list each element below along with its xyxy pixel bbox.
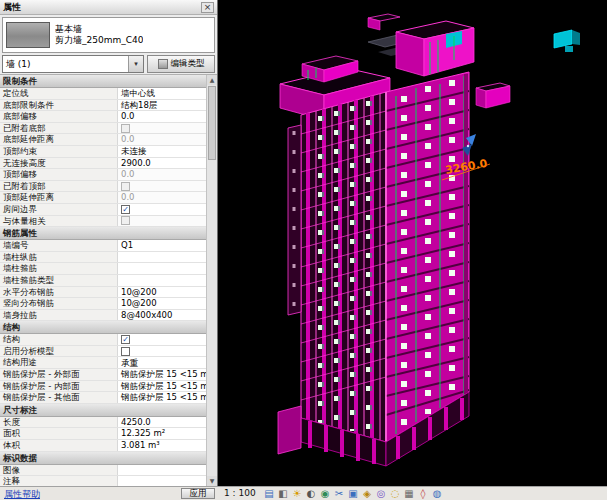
temporary-view-properties-icon[interactable]: ▦ (403, 488, 415, 500)
type-preview-text: 基本墙 剪力墙_250mm_C40 (55, 24, 143, 46)
type-selector-preview[interactable]: 基本墙 剪力墙_250mm_C40 (2, 17, 215, 53)
side-box-front (476, 88, 486, 108)
property-label: 已附着底部 (0, 123, 118, 134)
element-filter-value: 墙 (1) (6, 58, 31, 71)
checkbox[interactable] (121, 347, 130, 356)
section-header[interactable]: 限制条件 (0, 75, 206, 88)
property-row: 钢筋保护层 - 内部面钢筋保护层 15 <15 mm> (0, 381, 206, 393)
property-value[interactable]: 10@200 (118, 298, 206, 309)
checkbox (121, 124, 130, 133)
property-row: 墙柱箍筋类型 (0, 275, 206, 287)
worksharing-display-icon[interactable]: ◍ (431, 488, 443, 500)
property-row: 结构用途承重 (0, 357, 206, 369)
gizmo-dot (467, 145, 469, 147)
property-value[interactable]: 钢筋保护层 15 <15 mm> (118, 392, 206, 403)
roof-cyan-box-side (572, 30, 580, 45)
reveal-hidden-elements-icon[interactable]: ◌ (389, 488, 401, 500)
show-rendering-dialog-icon[interactable]: ◉ (319, 488, 331, 500)
revit-window: 属性 × 基本墙 剪力墙_250mm_C40 墙 (1) ▾ 编辑类型 限制条件… (0, 0, 607, 500)
property-row: 面积12.325 m² (0, 428, 206, 440)
shadows-icon[interactable]: ◐ (305, 488, 317, 500)
visual-style-icon[interactable]: ◧ (277, 488, 289, 500)
property-label: 水平分布钢筋 (0, 287, 118, 298)
family-name: 基本墙 (55, 24, 143, 35)
show-crop-region-icon[interactable]: ▣ (347, 488, 359, 500)
property-label: 房间边界 (0, 204, 118, 215)
property-row: 结构✓ (0, 334, 206, 346)
property-value[interactable]: ✓ (118, 204, 206, 215)
3d-view-canvas[interactable]: 3260.0 (218, 0, 607, 486)
section-header[interactable]: 结构 (0, 321, 206, 334)
view-scale-button[interactable]: 1 : 100 (224, 488, 256, 498)
property-row: 钢筋保护层 - 外部面钢筋保护层 15 <15 mm> (0, 369, 206, 381)
property-value[interactable]: 8@400x400 (118, 310, 206, 321)
checkbox (121, 182, 130, 191)
section-header[interactable]: 标识数据 (0, 452, 206, 465)
temporary-hide-isolate-icon[interactable]: ◎ (375, 488, 387, 500)
property-value[interactable]: 承重 (118, 357, 206, 368)
property-label: 竖向分布钢筋 (0, 298, 118, 309)
scroll-down-icon[interactable]: ▼ (207, 476, 217, 486)
property-value[interactable]: 钢筋保护层 15 <15 mm> (118, 369, 206, 380)
property-value[interactable]: 钢筋保护层 15 <15 mm> (118, 381, 206, 392)
property-value[interactable]: Q1 (118, 240, 206, 251)
detail-level-icon[interactable]: ▤ (263, 488, 275, 500)
property-label: 体积 (0, 440, 118, 451)
edit-type-button[interactable]: 编辑类型 (147, 55, 215, 73)
close-icon[interactable]: × (201, 2, 214, 13)
property-row: 房间边界✓ (0, 204, 206, 216)
property-value[interactable]: 结构18层 (118, 100, 206, 111)
checkbox[interactable]: ✓ (121, 205, 130, 214)
view-control-icons: ▤◧☀◐◉✂▣◈◎◌▦◊◍ (263, 487, 443, 500)
properties-help-link[interactable]: 属性帮助 (4, 488, 40, 500)
chevron-down-icon[interactable]: ▾ (128, 56, 143, 72)
property-value[interactable]: 0.0 (118, 111, 206, 122)
checkbox[interactable]: ✓ (121, 335, 130, 344)
property-value[interactable] (118, 275, 206, 286)
property-value[interactable]: 3.081 m³ (118, 440, 206, 451)
property-label: 墙柱纵筋 (0, 252, 118, 263)
property-value[interactable]: 4250.0 (118, 417, 206, 428)
property-row: 水平分布钢筋10@200 (0, 287, 206, 299)
property-value[interactable]: ✓ (118, 334, 206, 345)
property-row: 墙柱纵筋 (0, 252, 206, 264)
property-row: 与体量相关 (0, 216, 206, 228)
apply-button[interactable]: 应用 (181, 488, 215, 499)
property-value[interactable]: 10@200 (118, 287, 206, 298)
scroll-up-icon[interactable]: ▲ (207, 75, 217, 85)
property-label: 底部偏移 (0, 111, 118, 122)
checkbox (121, 216, 130, 225)
3d-viewport[interactable]: 3260.0 (218, 0, 607, 486)
property-row: 墙身拉筋8@400x400 (0, 310, 206, 322)
building-model[interactable] (278, 14, 580, 466)
section-header[interactable]: 钢筋属性 (0, 227, 206, 240)
property-label: 墙编号 (0, 240, 118, 251)
property-value[interactable] (118, 263, 206, 274)
roof-cyan-box (554, 30, 572, 48)
property-row: 图像 (0, 465, 206, 477)
property-row: 墙柱箍筋 (0, 263, 206, 275)
properties-scrollbar[interactable]: ▲ ▼ (206, 75, 217, 486)
property-label: 无连接高度 (0, 158, 118, 169)
property-value[interactable]: 未连接 (118, 146, 206, 157)
section-header[interactable]: 尺寸标注 (0, 404, 206, 417)
property-row: 注释 (0, 476, 206, 486)
property-value[interactable]: 墙中心线 (118, 88, 206, 99)
properties-titlebar[interactable]: 属性 × (0, 0, 217, 15)
property-value[interactable]: 12.325 m² (118, 428, 206, 439)
property-value[interactable] (118, 476, 206, 486)
property-value[interactable] (118, 465, 206, 476)
unlocked-3d-view-icon[interactable]: ◈ (361, 488, 373, 500)
property-row: 已附着顶部 (0, 181, 206, 193)
sun-path-icon[interactable]: ☀ (291, 488, 303, 500)
property-value[interactable] (118, 252, 206, 263)
property-row: 底部限制条件结构18层 (0, 100, 206, 112)
property-label: 钢筋保护层 - 其他面 (0, 392, 118, 403)
crop-view-icon[interactable]: ✂ (333, 488, 345, 500)
property-value[interactable]: 2900.0 (118, 158, 206, 169)
bottom-bar: 属性帮助 应用 1 : 100 ▤◧☀◐◉✂▣◈◎◌▦◊◍ (0, 486, 607, 500)
show-constraints-icon[interactable]: ◊ (417, 488, 429, 500)
property-value[interactable] (118, 346, 206, 357)
element-filter-combo[interactable]: 墙 (1) ▾ (2, 55, 144, 73)
scrollbar-thumb[interactable] (208, 86, 216, 160)
